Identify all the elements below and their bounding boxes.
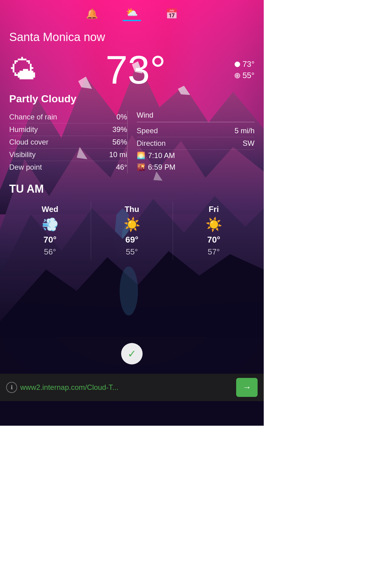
wind-speed-row: Speed 5 mi/h [137,125,255,137]
weather-content: Santa Monica now 🌤 73° 🌡 73° 🌡 55° Partl… [0,31,264,260]
calendar-icon: 📅 [166,8,178,20]
forecast-fri: Fri ☀️ 70° 57° [173,202,255,260]
temp-range: 🌡 73° 🌡 55° [235,59,255,80]
forecast-thu-label: Thu [125,205,139,214]
cloud-cover-value: 56% [112,138,127,146]
cloud-cover-row: Cloud cover 56% [9,136,127,149]
details-grid: Chance of rain 0% Humidity 39% Cloud cov… [9,111,255,173]
location-label: Santa Monica now [9,31,255,44]
humidity-value: 39% [112,125,127,134]
wind-direction-value: SW [243,139,255,148]
chance-of-rain-row: Chance of rain 0% [9,111,127,123]
sunrise-time: 7:10 AM [148,151,175,160]
url-go-button[interactable]: → [236,378,258,397]
active-tab-indicator [123,20,141,21]
url-bar: ℹ www2.internap.com/Cloud-T... → [0,374,264,401]
forecast-wed-icon: 💨 [42,217,59,232]
forecast-fri-label: Fri [209,205,219,214]
svg-point-12 [120,266,138,315]
forecast-wed-high: 70° [44,235,56,245]
current-temperature: 73° [105,50,166,90]
wind-direction-row: Direction SW [137,137,255,150]
bell-icon: 🔔 [86,8,98,20]
sunrise-row: 🌅 7:10 AM [137,150,255,161]
forecast-row: Wed 💨 70° 56° Thu ☀️ 69° 55° Fri ☀️ 70° … [9,202,255,260]
forecast-fri-low: 57° [208,247,220,257]
forecast-wed-label: Wed [42,205,58,214]
partly-cloudy-icon: 🌤 [9,56,37,84]
sunset-row: 🌇 6:59 PM [137,161,255,173]
forecast-fri-icon: ☀️ [205,217,222,232]
dew-point-value: 46° [116,163,127,172]
forecast-fri-high: 70° [207,235,220,245]
forecast-thu: Thu ☀️ 69° 55° [91,202,173,260]
humidity-row: Humidity 39% [9,123,127,136]
details-right: Wind Speed 5 mi/h Direction SW 🌅 7:10 AM… [127,111,255,173]
wind-speed-label: Speed [137,126,158,135]
sunset-time: 6:59 PM [148,163,175,172]
topbar: 🔔 ⛅ 📅 [0,0,264,28]
cloud-cover-label: Cloud cover [9,138,48,146]
dew-point-label: Dew point [9,163,42,172]
chance-of-rain-value: 0% [117,113,127,121]
visibility-label: Visibility [9,150,36,159]
humidity-label: Humidity [9,125,38,134]
dew-point-row: Dew point 46° [9,161,127,173]
temp-high: 73° [243,59,255,69]
confirm-button[interactable]: ✓ [121,343,143,364]
sunset-icon: 🌇 [137,163,145,171]
bell-tab[interactable]: 🔔 [86,8,98,20]
temp-low-item: 🌡 55° [235,71,255,80]
forecast-thu-icon: ☀️ [124,217,140,232]
url-text[interactable]: www2.internap.com/Cloud-T... [20,383,233,392]
temp-low: 55° [243,71,255,80]
visibility-row: Visibility 10 mi [9,149,127,161]
cloud-tab[interactable]: ⛅ [123,6,141,21]
cloud-icon: ⛅ [126,6,138,18]
current-weather-row: 🌤 73° 🌡 73° 🌡 55° [9,50,255,90]
chance-of-rain-label: Chance of rain [9,113,57,121]
forecast-wed-low: 56° [44,247,56,257]
url-info-icon[interactable]: ℹ [6,382,17,393]
calendar-tab[interactable]: 📅 [166,8,178,20]
condition-label: Partly Cloudy [9,93,255,105]
temp-high-item: 🌡 73° [235,59,255,69]
wind-direction-label: Direction [137,139,166,148]
forecast-wed: Wed 💨 70° 56° [9,202,91,260]
details-left: Chance of rain 0% Humidity 39% Cloud cov… [9,111,127,173]
wind-speed-value: 5 mi/h [235,126,255,135]
visibility-value: 10 mi [109,150,127,159]
tu-am-label: TU AM [9,183,255,195]
wind-title: Wind [137,111,255,122]
forecast-thu-low: 55° [126,247,138,257]
forecast-thu-high: 69° [125,235,138,245]
sunrise-icon: 🌅 [137,152,145,160]
